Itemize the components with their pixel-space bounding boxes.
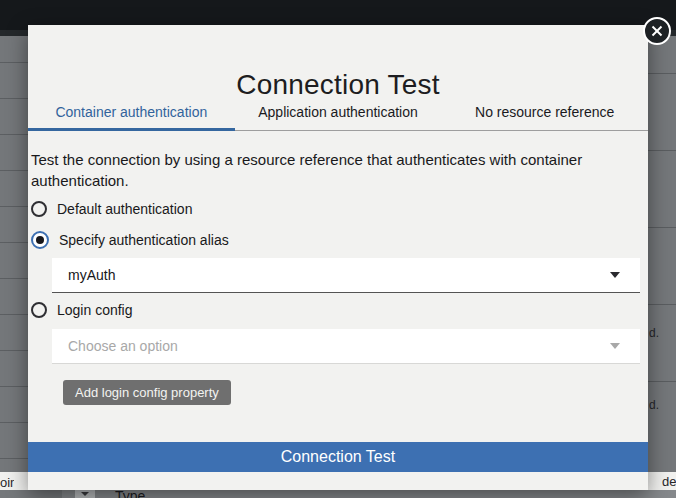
radio-login-config[interactable]: Login config xyxy=(31,302,133,318)
login-config-placeholder: Choose an option xyxy=(68,338,610,354)
radio-label: Default authentication xyxy=(57,201,192,217)
connection-test-button[interactable]: Connection Test xyxy=(28,442,648,472)
background-partial-dropdown xyxy=(75,490,95,498)
background-text-fragment-left: oint xyxy=(0,476,14,490)
chevron-down-icon xyxy=(610,343,620,349)
radio-button-icon[interactable] xyxy=(31,201,47,217)
dialog-description: Test the connection by using a resource … xyxy=(31,149,587,191)
authentication-alias-value: myAuth xyxy=(68,267,610,283)
radio-button-icon[interactable] xyxy=(31,302,47,318)
radio-specify-authentication-alias[interactable]: Specify authentication alias xyxy=(31,231,229,249)
background-table-rows-left xyxy=(0,36,28,472)
background-bottom-box xyxy=(0,490,62,498)
screen: oint d. d. de Type Connection Test Conta… xyxy=(0,0,676,498)
background-text-fragment-right-1: d. xyxy=(649,326,659,340)
radio-label: Specify authentication alias xyxy=(59,232,229,248)
radio-label: Login config xyxy=(57,302,133,318)
tab-no-resource-reference[interactable]: No resource reference xyxy=(441,96,648,131)
tab-application-authentication[interactable]: Application authentication xyxy=(235,96,442,131)
radio-default-authentication[interactable]: Default authentication xyxy=(31,201,192,217)
background-text-fragment-right-2: d. xyxy=(649,398,659,412)
close-icon xyxy=(650,24,664,38)
close-button[interactable] xyxy=(643,17,671,45)
radio-button-selected-icon[interactable] xyxy=(31,231,49,249)
connection-test-dialog: Connection Test Container authentication… xyxy=(28,25,648,490)
chevron-down-icon xyxy=(81,492,89,496)
background-bottom-strip: Type xyxy=(0,490,676,498)
background-text-fragment-bottom-right: de xyxy=(662,475,676,489)
login-config-select[interactable]: Choose an option xyxy=(52,329,640,364)
background-type-label: Type xyxy=(115,490,145,498)
add-login-config-property-button[interactable]: Add login config property xyxy=(63,380,231,405)
authentication-alias-select[interactable]: myAuth xyxy=(52,258,640,293)
chevron-down-icon xyxy=(610,272,620,278)
dialog-tabs: Container authentication Application aut… xyxy=(28,96,648,131)
tab-container-authentication[interactable]: Container authentication xyxy=(28,96,235,131)
